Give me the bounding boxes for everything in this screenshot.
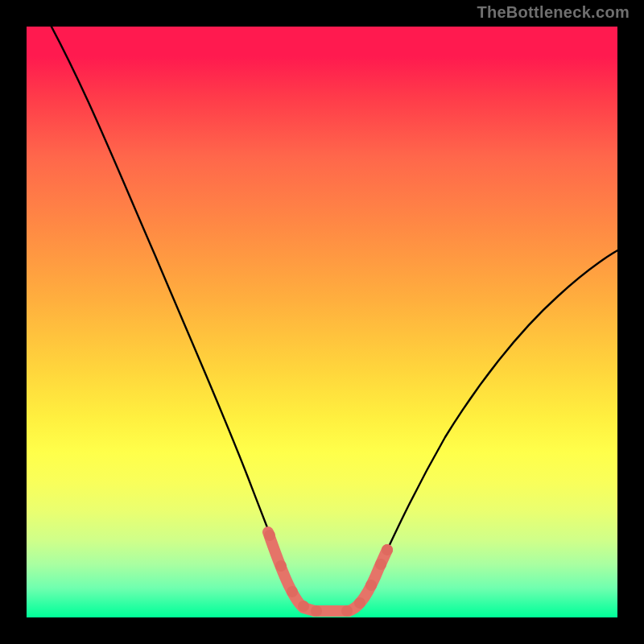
watermark-text: TheBottleneck.com <box>477 3 630 22</box>
svg-point-4 <box>311 605 322 617</box>
svg-point-9 <box>382 544 393 555</box>
svg-point-3 <box>298 601 309 612</box>
svg-point-5 <box>341 605 353 617</box>
svg-point-8 <box>375 559 386 570</box>
marker-band-left <box>268 532 315 611</box>
svg-point-6 <box>354 597 365 609</box>
svg-point-2 <box>287 586 298 597</box>
svg-point-7 <box>365 580 377 591</box>
svg-point-1 <box>275 560 287 572</box>
chart-svg <box>27 27 617 617</box>
bottleneck-curve <box>43 27 617 611</box>
chart-frame: TheBottleneck.com <box>0 0 644 644</box>
plot-area <box>27 27 617 617</box>
svg-point-0 <box>264 530 275 541</box>
